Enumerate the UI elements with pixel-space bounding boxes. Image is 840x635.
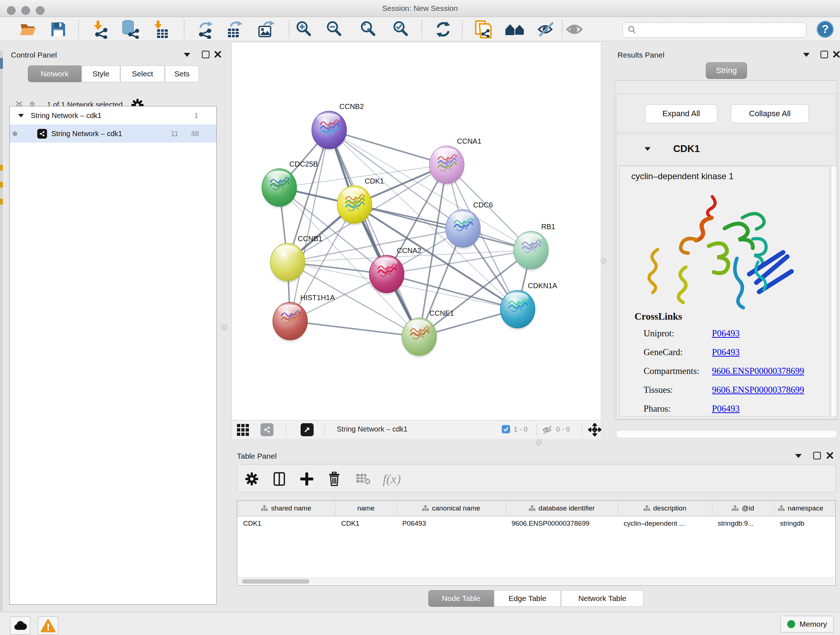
tab-select[interactable]: Select xyxy=(120,65,164,82)
save-session-icon[interactable] xyxy=(48,19,68,40)
column-header[interactable]: namespace xyxy=(774,501,836,516)
panel-menu-icon[interactable] xyxy=(184,53,190,57)
export-image-icon[interactable] xyxy=(256,19,276,40)
tab-network-table[interactable]: Network Table xyxy=(561,590,644,607)
gene-section-header[interactable]: CDK1 xyxy=(616,134,836,166)
tab-network[interactable]: Network xyxy=(28,65,81,82)
import-network-file-icon[interactable] xyxy=(91,19,111,40)
panel-float-icon[interactable] xyxy=(202,51,210,58)
network-edge[interactable] xyxy=(329,130,447,165)
crosslink-link[interactable]: P06493 xyxy=(712,404,739,414)
first-neighbors-icon[interactable] xyxy=(505,19,525,40)
column-header[interactable]: name xyxy=(335,501,396,516)
zoom-selected-icon[interactable] xyxy=(391,19,411,40)
cell-id[interactable]: stringdb:9... xyxy=(712,516,774,531)
import-network-database-icon[interactable] xyxy=(120,19,140,40)
network-graph[interactable]: CCNB2 CCNA1 CDC25B CDK1 CDC6 xyxy=(232,43,601,419)
network-node[interactable]: HIST1H1A xyxy=(273,294,335,341)
crosslink-link[interactable]: 9606.ENSP00000378699 xyxy=(712,385,804,395)
tab-sets[interactable]: Sets xyxy=(165,65,199,82)
delete-table-icon[interactable] xyxy=(354,470,373,488)
node-table[interactable]: shared name name canonical name database… xyxy=(237,500,836,586)
show-all-icon[interactable] xyxy=(564,19,584,40)
panel-float-icon[interactable] xyxy=(821,51,828,58)
memory-button[interactable]: Memory xyxy=(781,616,834,632)
tree-expand-icon[interactable] xyxy=(18,114,24,117)
column-header[interactable]: canonical name xyxy=(396,501,506,516)
zoom-out-icon[interactable] xyxy=(324,19,344,40)
cell-shared-name[interactable]: CDK1 xyxy=(237,516,335,531)
delete-column-trash-icon[interactable] xyxy=(325,470,344,488)
network-collection-row[interactable]: String Network – cdk1 1 xyxy=(10,106,216,125)
apply-layout-icon[interactable] xyxy=(433,19,453,40)
expand-all-button[interactable]: Expand All xyxy=(645,104,717,123)
crosslink-link[interactable]: 9606.ENSP00000378699 xyxy=(712,366,804,376)
column-header[interactable]: database identifier xyxy=(506,501,618,516)
splitter-handle[interactable] xyxy=(536,440,542,445)
table-row[interactable]: CDK1 CDK1 P06493 9606.ENSP00000378699 cy… xyxy=(237,516,836,531)
zoom-fit-content-icon[interactable] xyxy=(358,19,378,40)
network-node[interactable]: CCNB2 xyxy=(312,103,364,150)
tab-style[interactable]: Style xyxy=(82,65,120,82)
tab-edge-table[interactable]: Edge Table xyxy=(494,590,561,607)
network-row-selected[interactable]: String Network – cdk1 11 48 xyxy=(10,125,216,143)
panel-menu-icon[interactable] xyxy=(803,53,810,57)
network-edge[interactable] xyxy=(329,130,419,337)
network-node[interactable]: CCNA1 xyxy=(429,137,482,185)
network-node[interactable]: CDK1 xyxy=(337,177,384,225)
cell-database-identifier[interactable]: 9606.ENSP00000378699 xyxy=(506,516,618,531)
network-node[interactable]: CDC6 xyxy=(446,201,493,249)
search-input[interactable] xyxy=(637,26,806,35)
network-canvas[interactable]: CCNB2 CCNA1 CDC25B CDK1 CDC6 xyxy=(232,43,601,420)
results-vertical-scrollbar[interactable] xyxy=(831,166,836,416)
column-header[interactable]: shared name xyxy=(237,501,335,516)
network-view-type-icon[interactable] xyxy=(261,423,273,436)
network-edge[interactable] xyxy=(355,204,531,250)
cell-name[interactable]: CDK1 xyxy=(335,516,396,531)
section-collapse-icon[interactable] xyxy=(645,147,651,151)
hide-selection-icon[interactable] xyxy=(536,19,556,40)
help-icon[interactable]: ? xyxy=(815,19,835,40)
export-table-icon[interactable] xyxy=(224,19,245,40)
crosslink-link[interactable]: P06493 xyxy=(712,328,739,339)
function-builder-icon[interactable]: f(x) xyxy=(379,470,404,488)
collapse-all-button[interactable]: Collapse All xyxy=(731,104,809,123)
panel-float-icon[interactable] xyxy=(813,452,821,459)
table-settings-gear-icon[interactable] xyxy=(242,470,261,488)
panel-close-icon[interactable] xyxy=(826,452,834,459)
network-edge[interactable] xyxy=(290,321,419,337)
zoom-in-icon[interactable] xyxy=(294,19,314,40)
warnings-button[interactable] xyxy=(38,616,58,635)
network-node[interactable]: CDKN1A xyxy=(500,282,557,329)
splitter-handle[interactable] xyxy=(221,325,227,330)
table-horizontal-scrollbar[interactable] xyxy=(238,578,835,585)
scrollbar-thumb[interactable] xyxy=(242,579,309,584)
cloud-status-button[interactable] xyxy=(10,616,30,635)
network-node[interactable]: RB1 xyxy=(514,223,555,271)
detach-view-icon[interactable] xyxy=(301,423,314,436)
column-header[interactable]: @id xyxy=(712,501,774,516)
show-columns-icon[interactable] xyxy=(270,470,289,488)
panel-menu-icon[interactable] xyxy=(795,454,802,458)
cell-description[interactable]: cyclin–dependent ... xyxy=(618,516,712,531)
export-network-icon[interactable] xyxy=(195,19,216,40)
panel-close-icon[interactable] xyxy=(214,51,221,58)
panel-close-icon[interactable] xyxy=(833,51,840,58)
cell-namespace[interactable]: stringdb xyxy=(774,516,836,531)
tab-node-table[interactable]: Node Table xyxy=(428,590,494,607)
import-table-file-icon[interactable] xyxy=(151,19,171,40)
create-column-plus-icon[interactable] xyxy=(297,470,316,488)
new-network-from-selection-icon[interactable] xyxy=(473,19,493,40)
network-edge[interactable] xyxy=(290,130,329,321)
column-header[interactable]: description xyxy=(618,501,712,516)
pan-crosshair-icon[interactable] xyxy=(588,423,601,436)
cell-canonical-name[interactable]: P06493 xyxy=(396,516,506,531)
results-horizontal-scrollbar[interactable] xyxy=(616,430,837,438)
network-node[interactable]: CDC25B xyxy=(262,160,318,208)
selected-checkbox-icon[interactable] xyxy=(502,425,510,433)
crosslink-link[interactable]: P06493 xyxy=(712,347,739,357)
tab-string[interactable]: String xyxy=(706,62,747,79)
search-field[interactable] xyxy=(622,22,806,38)
open-session-icon[interactable] xyxy=(18,19,38,40)
grid-view-icon[interactable] xyxy=(237,424,249,437)
